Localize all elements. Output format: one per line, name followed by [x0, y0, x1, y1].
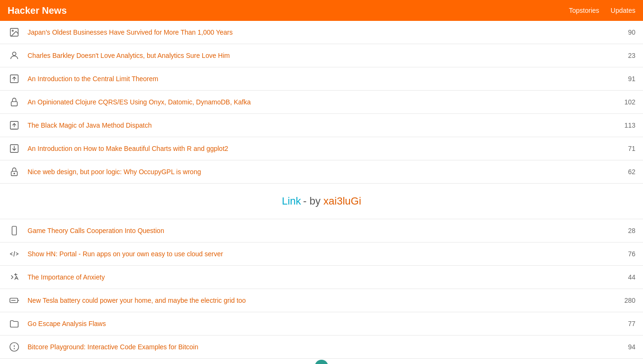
nav-topstories[interactable]: Topstories [569, 7, 599, 14]
news-title-link[interactable]: The Black Magic of Java Method Dispatch [28, 121, 616, 129]
link-ad-section: Link - by xai3luGi [0, 184, 643, 219]
person-icon [8, 49, 21, 62]
news-count: 94 [616, 343, 635, 351]
news-count: 91 [616, 75, 635, 83]
news-count: 76 [616, 250, 635, 258]
nav-updates[interactable]: Updates [611, 7, 635, 14]
download-icon [8, 142, 21, 155]
warning-icon [8, 340, 21, 354]
news-item: An Opinionated Clojure CQRS/ES Using Ony… [0, 91, 643, 114]
lock2-icon [8, 165, 21, 178]
news-item: The Black Magic of Java Method Dispatch1… [0, 114, 643, 137]
device-icon [8, 224, 21, 237]
news-title-link[interactable]: An Introduction to the Central Limit The… [28, 75, 616, 83]
news-count: 77 [616, 320, 635, 327]
lock-icon [8, 95, 21, 109]
news-title-link[interactable]: Game Theory Calls Cooperation Into Quest… [28, 227, 616, 234]
translate-icon [8, 271, 21, 284]
header: Hacker News Topstories Updates [0, 0, 643, 21]
news-item: The Importance of Anxiety44 [0, 266, 643, 289]
svg-point-20 [14, 348, 15, 349]
news-title-link[interactable]: Show HN: Portal - Run apps on your own e… [28, 250, 616, 258]
news-list-top: Japan's Oldest Businesses Have Survived … [0, 21, 643, 184]
news-item: Show HN: Portal - Run apps on your own e… [0, 243, 643, 266]
svg-rect-13 [12, 226, 16, 235]
news-count: 90 [616, 28, 635, 36]
news-item: An Introduction on How to Make Beautiful… [0, 137, 643, 160]
slider-value: 32 [315, 360, 328, 364]
news-item: Bitcore Playground: Interactive Code Exa… [0, 336, 643, 359]
svg-point-2 [12, 52, 16, 56]
box-upload-icon [8, 119, 21, 132]
site-title: Hacker News [8, 5, 67, 16]
battery-icon [8, 294, 21, 307]
news-item: New Tesla battery could power your home,… [0, 289, 643, 312]
svg-rect-11 [11, 171, 18, 176]
news-title-link[interactable]: Japan's Oldest Businesses Have Survived … [28, 28, 616, 36]
news-count: 62 [616, 168, 635, 176]
news-item: Nice web design, but poor logic: Why Occ… [0, 160, 643, 184]
link-ad-user: xai3luGi [323, 195, 361, 207]
slider-thumb[interactable]: 32 [315, 360, 328, 364]
pagination-section: 32 PAGE 1 PAGE 2 PAGE 3 [0, 359, 643, 364]
link-ad-link[interactable]: Link [282, 195, 301, 207]
news-count: 23 [616, 52, 635, 59]
news-count: 102 [616, 98, 635, 106]
code-icon [8, 247, 21, 261]
news-title-link[interactable]: An Introduction on How to Make Beautiful… [28, 145, 616, 152]
header-nav: Topstories Updates [569, 7, 635, 14]
link-ad-by: - by [303, 195, 323, 207]
news-title-link[interactable]: Nice web design, but poor logic: Why Occ… [28, 168, 616, 176]
news-item: An Introduction to the Central Limit The… [0, 67, 643, 91]
svg-line-15 [14, 252, 15, 257]
news-list-bottom: Game Theory Calls Cooperation Into Quest… [0, 219, 643, 359]
news-title-link[interactable]: The Importance of Anxiety [28, 273, 616, 281]
svg-rect-5 [11, 102, 18, 106]
folder-icon [8, 317, 21, 330]
news-item: Charles Barkley Doesn't Love Analytics, … [0, 44, 643, 67]
news-title-link[interactable]: Go Escape Analysis Flaws [28, 320, 616, 327]
news-count: 71 [616, 145, 635, 152]
news-item: Go Escape Analysis Flaws77 [0, 312, 643, 336]
news-item: Game Theory Calls Cooperation Into Quest… [0, 219, 643, 243]
news-count: 28 [616, 227, 635, 234]
image-icon [8, 26, 21, 39]
news-title-link[interactable]: Charles Barkley Doesn't Love Analytics, … [28, 52, 616, 59]
news-item: Japan's Oldest Businesses Have Survived … [0, 21, 643, 44]
news-count: 280 [616, 297, 635, 304]
news-title-link[interactable]: New Tesla battery could power your home,… [28, 297, 616, 304]
svg-point-12 [14, 173, 15, 174]
news-count: 44 [616, 273, 635, 281]
news-title-link[interactable]: An Opinionated Clojure CQRS/ES Using Ony… [28, 98, 616, 106]
news-count: 113 [616, 121, 635, 129]
news-title-link[interactable]: Bitcore Playground: Interactive Code Exa… [28, 343, 616, 351]
svg-point-1 [12, 30, 13, 31]
upload-icon [8, 72, 21, 85]
